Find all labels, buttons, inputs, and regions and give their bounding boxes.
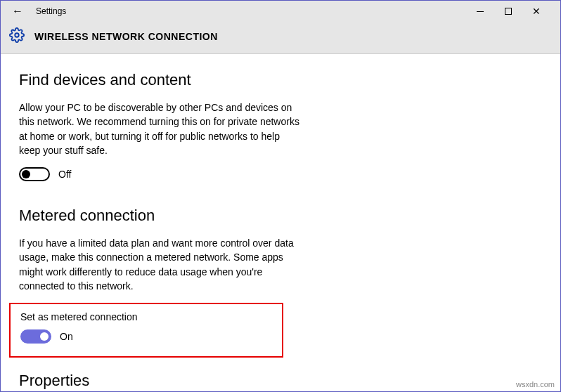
section-title-metered: Metered connection [19, 207, 542, 225]
find-toggle-row: Off [19, 167, 542, 181]
section-body-metered: If you have a limited data plan and want… [19, 236, 300, 293]
minimize-button[interactable] [466, 2, 494, 20]
titlebar-heading: WIRELESS NETWORK CONNECTION [1, 22, 560, 46]
app-title: Settings [36, 6, 66, 16]
maximize-button[interactable] [494, 2, 522, 20]
minimize-icon [477, 11, 484, 12]
find-toggle-label: Off [58, 169, 71, 180]
section-body-find: Allow your PC to be discoverable by othe… [19, 100, 300, 157]
titlebar-top: ← Settings ✕ [1, 1, 560, 22]
titlebar: ← Settings ✕ WIRELESS NETWORK CONNECTION [1, 1, 560, 54]
toggle-knob-icon [22, 170, 30, 178]
content: Find devices and content Allow your PC t… [1, 54, 560, 390]
section-title-properties: Properties [19, 372, 542, 390]
metered-toggle-label: On [60, 331, 73, 342]
window-controls: ✕ [466, 2, 560, 20]
find-toggle[interactable] [19, 167, 50, 181]
page-heading: WIRELESS NETWORK CONNECTION [34, 31, 218, 42]
metered-toggle-row: On [20, 329, 272, 344]
section-title-find: Find devices and content [19, 71, 542, 89]
close-icon: ✕ [522, 2, 550, 20]
svg-point-0 [15, 33, 19, 37]
close-button[interactable]: ✕ [522, 2, 550, 20]
gear-icon [9, 27, 25, 46]
toggle-knob-icon [40, 332, 49, 341]
maximize-icon [505, 8, 512, 15]
watermark: wsxdn.com [516, 380, 555, 388]
titlebar-left: ← Settings [1, 6, 66, 17]
back-arrow-icon[interactable]: ← [12, 6, 23, 17]
metered-highlight-box: Set as metered connection On [9, 303, 283, 358]
metered-toggle[interactable] [20, 329, 51, 344]
metered-sublabel: Set as metered connection [20, 311, 272, 322]
